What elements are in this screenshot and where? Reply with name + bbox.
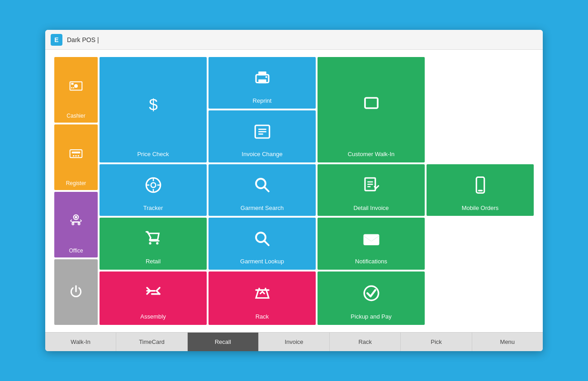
svg-point-9: [78, 155, 79, 156]
retail-label: Retail: [103, 258, 203, 265]
cashier-tile[interactable]: Cashier: [54, 57, 98, 123]
bottom-bar: Walk-In TimeCard Recall Invoice Rack Pic…: [45, 332, 543, 351]
bottom-btn-pick[interactable]: Pick: [401, 333, 472, 351]
svg-point-11: [72, 223, 74, 224]
invoice-change-label: Invoice Change: [212, 151, 312, 158]
price-check-tile[interactable]: $ Price Check: [100, 57, 207, 162]
garment-lookup-tile[interactable]: Garment Lookup: [209, 218, 316, 269]
main-content: Cashier Register: [45, 50, 543, 332]
right-grid: $ Price Check Reprin: [100, 57, 534, 325]
customer-walkin-tile[interactable]: Customer Walk-In: [318, 57, 425, 162]
detail-invoice-icon: [362, 169, 381, 202]
cashier-icon: [69, 61, 83, 111]
rack-icon: [253, 276, 272, 311]
power-tile[interactable]: [54, 259, 98, 325]
left-column: Cashier Register: [54, 57, 98, 325]
garment-search-icon: [253, 169, 272, 202]
app-title: Dark POS |: [67, 36, 99, 43]
office-icon: [69, 195, 83, 246]
pickup-pay-label: Pickup and Pay: [321, 313, 421, 320]
svg-point-1: [74, 84, 78, 88]
svg-text:$: $: [149, 95, 157, 113]
customer-walkin-label: Customer Walk-In: [321, 151, 421, 158]
bottom-btn-walkin[interactable]: Walk-In: [45, 333, 116, 351]
notifications-label: Notifications: [321, 258, 421, 265]
assembly-label: Assembly: [103, 313, 203, 320]
office-tile[interactable]: Office: [54, 192, 98, 257]
grid-area: Cashier Register: [54, 57, 534, 325]
retail-tile[interactable]: Retail: [100, 218, 207, 269]
svg-line-31: [264, 187, 269, 192]
price-check-label: Price Check: [103, 151, 203, 158]
tracker-icon: [144, 169, 163, 202]
svg-rect-16: [258, 80, 266, 84]
svg-point-8: [75, 155, 76, 156]
svg-point-25: [151, 183, 156, 188]
mobile-orders-tile[interactable]: Mobile Orders: [427, 164, 534, 216]
svg-point-12: [78, 223, 80, 224]
svg-point-40: [364, 286, 379, 300]
svg-rect-4: [73, 87, 74, 88]
tracker-label: Tracker: [103, 205, 203, 212]
garment-search-label: Garment Search: [212, 205, 312, 212]
retail-icon: [144, 222, 163, 255]
app-logo: E: [51, 34, 62, 46]
pickup-pay-icon: [362, 276, 381, 311]
invoice-change-tile[interactable]: Invoice Change: [209, 110, 316, 162]
title-bar: E Dark POS |: [45, 30, 543, 50]
register-label: Register: [66, 180, 86, 186]
svg-rect-6: [72, 152, 81, 153]
bottom-btn-recall[interactable]: Recall: [188, 333, 259, 351]
notifications-tile[interactable]: Notifications: [318, 218, 425, 269]
svg-rect-2: [71, 83, 73, 85]
bottom-btn-rack[interactable]: Rack: [330, 333, 401, 351]
detail-invoice-label: Detail Invoice: [321, 205, 421, 212]
register-icon: [69, 128, 83, 178]
notifications-icon: [362, 222, 381, 255]
main-window: E Dark POS | Cashier Register: [45, 30, 543, 351]
svg-rect-18: [365, 98, 378, 108]
svg-rect-3: [71, 87, 72, 88]
svg-rect-19: [365, 98, 378, 108]
cashier-label: Cashier: [66, 113, 85, 119]
register-tile[interactable]: Register: [54, 124, 98, 190]
svg-rect-15: [258, 71, 266, 76]
bottom-btn-invoice[interactable]: Invoice: [259, 333, 330, 351]
garment-lookup-label: Garment Lookup: [212, 258, 312, 265]
svg-point-17: [265, 76, 267, 78]
svg-line-37: [264, 241, 269, 245]
mobile-orders-icon: [471, 169, 490, 202]
garment-search-tile[interactable]: Garment Search: [209, 164, 316, 216]
rack-tile[interactable]: Rack: [209, 271, 316, 325]
rack-label: Rack: [212, 313, 312, 320]
garment-lookup-icon: [253, 222, 272, 255]
svg-point-7: [73, 155, 74, 156]
reprint-icon: [253, 62, 272, 95]
customer-walkin-icon: [362, 62, 381, 148]
svg-point-10: [75, 216, 77, 218]
detail-invoice-tile[interactable]: Detail Invoice: [318, 164, 425, 216]
reprint-label: Reprint: [212, 97, 312, 105]
bottom-btn-menu[interactable]: Menu: [472, 333, 543, 351]
invoice-change-icon: [253, 115, 272, 148]
reprint-tile[interactable]: Reprint: [209, 57, 316, 109]
power-icon: [69, 263, 83, 319]
tracker-tile[interactable]: Tracker: [100, 164, 207, 216]
assembly-icon: [144, 276, 163, 311]
price-check-icon: $: [144, 62, 163, 148]
office-label: Office: [69, 248, 83, 254]
mobile-orders-label: Mobile Orders: [430, 205, 530, 212]
assembly-tile[interactable]: Assembly: [100, 271, 207, 325]
pickup-pay-tile[interactable]: Pickup and Pay: [318, 271, 425, 325]
bottom-btn-timecard[interactable]: TimeCard: [116, 333, 187, 351]
